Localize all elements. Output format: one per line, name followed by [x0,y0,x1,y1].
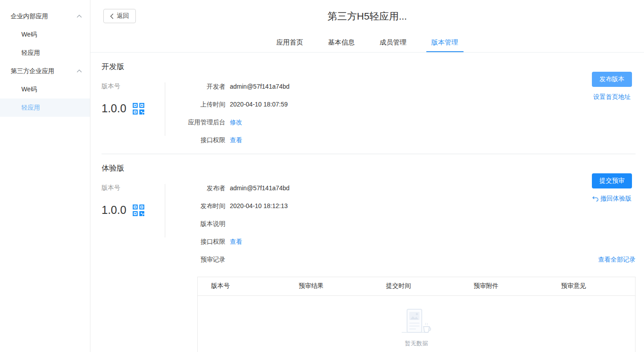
sidebar-item-label: We码 [21,31,37,39]
tab-basic-info[interactable]: 基本信息 [316,34,367,52]
qr-code-icon[interactable] [133,103,144,115]
page-header: 返回 第三方H5轻应用... 应用首页 基本信息 成员管理 版本管理 [90,0,644,53]
section-title: 体验版 [102,163,644,173]
col-submit-time: 提交时间 [373,277,460,295]
sidebar-group-label: 企业内部应用 [11,12,48,20]
sidebar-group-label: 第三方企业应用 [11,67,54,75]
modify-link[interactable]: 修改 [230,116,242,128]
section-title: 开发版 [102,61,644,72]
publish-time-value: 2020-04-10 18:12:13 [230,200,288,212]
exp-details: 发布者admin@57f141a74bd 发布时间2020-04-10 18:1… [165,182,644,271]
review-records-table: 版本号 预审结果 提交时间 预审附件 预审意见 [197,277,636,352]
field-label: 发布者 [165,182,225,194]
set-homepage-link[interactable]: 设置首页地址 [593,93,631,101]
withdraw-experience-link[interactable]: 撤回体验版 [600,195,632,203]
upload-time-value: 2020-04-10 18:07:59 [230,98,288,111]
page-title: 第三方H5轻应用... [90,10,644,23]
qr-code-icon[interactable] [133,205,144,216]
view-permissions-link[interactable]: 查看 [230,236,242,248]
field-label: 预审记录 [165,254,225,266]
version-column: 版本号 1.0.0 [102,182,165,271]
version-number: 1.0.0 [102,102,126,115]
field-label: 发布时间 [165,200,225,212]
no-data-illustration-icon [396,308,436,336]
dev-details: 开发者admin@57f141a74bd 上传时间2020-04-10 18:0… [165,81,644,152]
app-window: 企业内部应用 We码 轻应用 第三方企业应用 We码 轻应用 [0,0,644,352]
sidebar-item-label: We码 [21,86,37,94]
exp-actions: 提交预审 撤回体验版 [587,173,636,203]
experience-version-section: 体验版 版本号 1.0.0 [90,154,644,352]
main-content: 返回 第三方H5轻应用... 应用首页 基本信息 成员管理 版本管理 开发版 版… [90,0,644,352]
field-label: 接口权限 [165,134,225,146]
col-review-opinion: 预审意见 [548,277,635,295]
col-version: 版本号 [198,277,285,295]
tab-app-home[interactable]: 应用首页 [264,34,316,52]
sidebar-item-weima-thirdparty[interactable]: We码 [0,80,90,98]
sidebar-item-label: 轻应用 [21,104,40,112]
dev-actions: 发布版本 设置首页地址 [587,72,636,101]
field-label: 接口权限 [165,236,225,248]
version-number-label: 版本号 [102,82,165,90]
version-column: 版本号 1.0.0 [102,81,165,152]
sidebar: 企业内部应用 We码 轻应用 第三方企业应用 We码 轻应用 [0,0,90,352]
undo-icon [592,196,599,201]
submit-review-button[interactable]: 提交预审 [592,173,632,188]
col-review-result: 预审结果 [285,277,372,295]
publisher-value: admin@57f141a74bd [230,182,289,194]
sidebar-item-lightapp-internal[interactable]: 轻应用 [0,44,90,62]
view-permissions-link[interactable]: 查看 [230,134,242,146]
empty-text: 暂无数据 [198,340,635,348]
table-header-row: 版本号 预审结果 提交时间 预审附件 预审意见 [198,277,635,295]
sidebar-item-label: 轻应用 [21,49,40,57]
chevron-up-icon [77,15,82,18]
sidebar-item-weima-internal[interactable]: We码 [0,25,90,44]
tab-version-management[interactable]: 版本管理 [419,34,471,52]
sidebar-group-internal-apps[interactable]: 企业内部应用 [0,7,90,25]
sidebar-group-thirdparty-apps[interactable]: 第三方企业应用 [0,62,90,80]
publish-version-button[interactable]: 发布版本 [592,72,632,87]
tab-bar: 应用首页 基本信息 成员管理 版本管理 [90,34,644,52]
version-number-label: 版本号 [102,184,165,192]
field-label: 上传时间 [165,98,225,111]
field-label: 版本说明 [165,218,225,230]
tab-member-management[interactable]: 成员管理 [367,34,419,52]
field-label: 开发者 [165,81,225,93]
view-all-records-link[interactable]: 查看全部记录 [598,254,636,266]
sidebar-item-lightapp-thirdparty[interactable]: 轻应用 [0,98,90,117]
field-label: 应用管理后台 [165,116,225,128]
version-number: 1.0.0 [102,204,126,217]
developer-value: admin@57f141a74bd [230,81,289,93]
col-review-attachment: 预审附件 [460,277,547,295]
dev-version-section: 开发版 版本号 1.0.0 [90,53,644,152]
empty-state: 暂无数据 [198,295,635,352]
chevron-up-icon [77,70,82,73]
